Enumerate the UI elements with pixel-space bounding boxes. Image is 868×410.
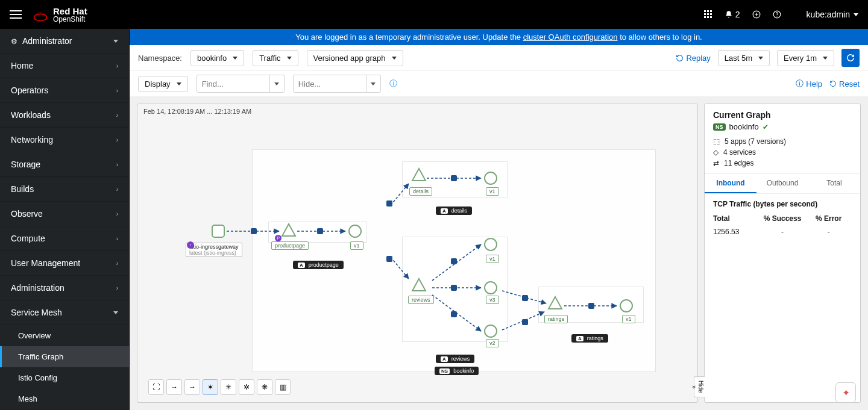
toolbar-primary: Namespace: bookinfo Traffic Versioned ap…	[130, 45, 868, 70]
chevron-right-icon: ›	[116, 161, 118, 168]
reviews-v2-label: v2	[486, 339, 499, 347]
find-help-icon[interactable]: ⓘ	[389, 78, 397, 89]
sidebar-item-user-management[interactable]: User Management›	[0, 251, 129, 276]
sidebar-item-home[interactable]: Home›	[0, 54, 129, 78]
layout-default-button[interactable]: ✶	[203, 379, 218, 395]
svg-rect-27	[451, 175, 457, 181]
svg-rect-33	[522, 319, 528, 325]
sidebar-item-mesh[interactable]: Mesh	[0, 388, 129, 409]
zoom-in-button[interactable]: →	[166, 379, 182, 395]
sidebar-item-networking[interactable]: Networking›	[0, 128, 129, 152]
topbar: Red HatOpenShift 2 kube:admin	[0, 0, 868, 29]
graph-canvas[interactable]: Feb 14, 12:08:19 AM ... 12:13:19 AM	[137, 104, 698, 403]
help-button[interactable]	[773, 10, 781, 19]
legend-button[interactable]: ▥	[275, 379, 291, 395]
reset-link[interactable]: Reset	[829, 79, 860, 89]
services-stat: 4 services	[723, 148, 756, 157]
caret-down-icon	[392, 57, 397, 60]
node-details-v1[interactable]	[484, 172, 497, 185]
traffic-dropdown[interactable]: Traffic	[253, 50, 298, 66]
notifications-button[interactable]: 2	[725, 10, 740, 19]
node-ratings-v1[interactable]	[620, 299, 633, 312]
apps-stat: 5 apps (7 versions)	[725, 137, 786, 146]
sidebar-item-istio-config[interactable]: Istio Config	[0, 367, 129, 388]
sidebar-item-workloads[interactable]: Workloads›	[0, 103, 129, 128]
sidebar-item-observe[interactable]: Observe›	[0, 202, 129, 226]
caret-down-icon	[854, 13, 858, 16]
layout-3-button[interactable]: ❋	[257, 379, 272, 395]
refresh-button[interactable]	[841, 49, 860, 67]
ratings-label: ratings	[544, 315, 568, 323]
caret-down-icon	[233, 57, 237, 60]
sidebar-item-compute[interactable]: Compute›	[0, 226, 129, 251]
sidebar-item-builds[interactable]: Builds›	[0, 177, 129, 202]
apps-grid-icon[interactable]	[704, 10, 712, 19]
pill-reviews: Areviews	[436, 355, 474, 363]
pill-ratings: Aratings	[571, 334, 608, 343]
sidebar-item-overview[interactable]: Overview	[0, 325, 129, 346]
node-reviews-svc[interactable]	[411, 278, 427, 292]
pill-productpage: Aproductpage	[293, 261, 344, 269]
main-content: You are logged in as a temporary adminis…	[130, 29, 868, 410]
oauth-config-link[interactable]: cluster OAuth configuration	[523, 33, 618, 42]
add-button[interactable]	[752, 10, 761, 19]
chevron-down-icon	[113, 40, 118, 43]
ns-badge: NS	[713, 123, 726, 131]
svg-rect-9	[710, 16, 712, 18]
layout-1-button[interactable]: ✳	[221, 379, 236, 395]
sidebar-item-storage[interactable]: Storage›	[0, 152, 129, 177]
node-details-svc[interactable]	[411, 167, 427, 182]
time-range-dropdown[interactable]: Last 5m	[718, 50, 770, 66]
panel-title: Current Graph	[705, 104, 860, 122]
refresh-interval-dropdown[interactable]: Every 1m	[777, 50, 834, 66]
sidebar-item-operators[interactable]: Operators›	[0, 78, 129, 103]
node-reviews-v2[interactable]	[484, 325, 497, 338]
zoom-out-button[interactable]: →	[184, 379, 200, 395]
svg-rect-1	[704, 10, 706, 12]
display-dropdown[interactable]: Display	[138, 76, 188, 92]
svg-rect-4	[704, 13, 706, 15]
svg-rect-5	[707, 13, 709, 15]
hide-input[interactable]	[293, 75, 381, 93]
hide-dropdown-toggle[interactable]	[366, 75, 380, 92]
chevron-right-icon: ›	[116, 211, 118, 217]
hamburger-menu-button[interactable]	[10, 8, 22, 20]
services-icon: ◇	[713, 148, 719, 157]
sidebar: ⚙Administrator Home› Operators› Workload…	[0, 29, 130, 410]
find-dropdown-toggle[interactable]	[269, 75, 284, 92]
tab-total[interactable]: Total	[808, 174, 860, 193]
node-productpage-v1[interactable]	[348, 225, 362, 238]
node-gateway[interactable]	[212, 225, 225, 238]
reviews-v3-label: v3	[486, 296, 499, 304]
caret-down-icon	[177, 82, 181, 85]
brand-line2: OpenShift	[53, 15, 85, 23]
svg-rect-8	[707, 16, 709, 18]
panel-namespace: bookinfo	[729, 122, 759, 131]
node-ratings-svc[interactable]	[547, 296, 563, 310]
layout-2-button[interactable]: ✲	[239, 379, 254, 395]
help-link[interactable]: ⓘ Help	[796, 78, 822, 89]
fit-view-button[interactable]: ⛶	[148, 379, 164, 395]
chevron-right-icon: ›	[116, 137, 118, 143]
hide-panel-toggle[interactable]: Hide»	[694, 376, 705, 397]
graph-type-dropdown[interactable]: Versioned app graph	[307, 50, 403, 66]
namespace-dropdown[interactable]: bookinfo	[190, 50, 244, 66]
chevron-right-icon: ›	[116, 235, 118, 242]
sidebar-item-service-mesh[interactable]: Service Mesh	[0, 300, 129, 325]
gateway-badge-icon: ◦	[187, 241, 194, 249]
sidebar-item-administration[interactable]: Administration›	[0, 276, 129, 300]
panel-tabs: Inbound Outbound Total	[705, 173, 860, 194]
metric-title: TCP Traffic (bytes per second)	[705, 194, 860, 212]
kiali-logo-button[interactable]: ✦	[835, 382, 856, 403]
node-reviews-v3[interactable]	[484, 281, 497, 294]
tab-outbound[interactable]: Outbound	[756, 174, 808, 193]
tab-inbound[interactable]: Inbound	[705, 174, 756, 193]
sidebar-item-traffic-graph[interactable]: Traffic Graph	[0, 346, 129, 367]
node-reviews-v1[interactable]	[484, 238, 497, 251]
replay-button[interactable]: Replay	[676, 54, 710, 63]
user-menu[interactable]: kube:admin	[807, 10, 858, 19]
node-productpage-svc[interactable]	[281, 223, 297, 237]
metric-header: Total % Success % Error	[705, 212, 860, 225]
perspective-switcher[interactable]: ⚙Administrator	[0, 29, 129, 54]
find-input[interactable]	[197, 75, 285, 93]
